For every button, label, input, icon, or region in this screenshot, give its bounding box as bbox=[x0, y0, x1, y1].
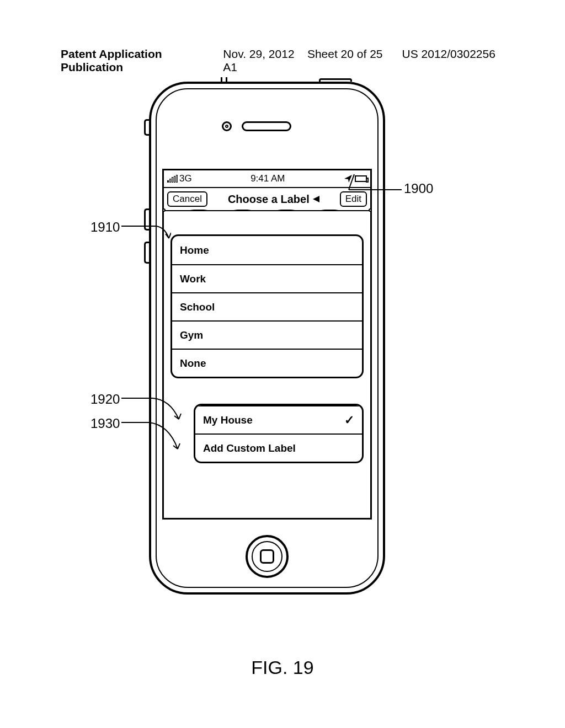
figure-caption: FIG. 19 bbox=[0, 657, 565, 678]
callout-1900: 1900 bbox=[404, 181, 433, 196]
preset-label-list: Home Work School Gym None bbox=[170, 234, 364, 378]
navbar-torn-edge bbox=[166, 206, 368, 211]
label-text: Work bbox=[180, 273, 354, 285]
home-button-square-icon bbox=[260, 549, 274, 564]
callout-1930: 1930 bbox=[90, 416, 120, 431]
checkmark-icon: ✓ bbox=[344, 413, 354, 427]
status-bar: 3G 9:41 AM bbox=[164, 170, 370, 188]
phone-screen: 3G 9:41 AM Cancel Choose a Label Edit bbox=[162, 169, 372, 520]
label-text: Gym bbox=[180, 329, 354, 341]
phone-device: 3G 9:41 AM Cancel Choose a Label Edit bbox=[149, 82, 385, 595]
label-row-work[interactable]: Work bbox=[172, 264, 362, 292]
top-notch bbox=[221, 77, 227, 84]
front-camera-icon bbox=[222, 121, 232, 131]
edit-button[interactable]: Edit bbox=[340, 191, 367, 207]
page-title: Choose a Label bbox=[228, 193, 319, 206]
add-custom-label-text: Add Custom Label bbox=[203, 442, 354, 454]
label-row-home[interactable]: Home bbox=[172, 236, 362, 264]
navigation-bar: Cancel Choose a Label Edit bbox=[164, 188, 370, 211]
label-text: None bbox=[180, 357, 354, 370]
carrier-label: 3G bbox=[179, 173, 192, 184]
callout-1910-leader bbox=[121, 224, 171, 243]
volume-down-button[interactable] bbox=[144, 242, 149, 264]
label-text: Home bbox=[180, 244, 354, 256]
figure-stage: 3G 9:41 AM Cancel Choose a Label Edit bbox=[0, 66, 565, 640]
label-row-none[interactable]: None bbox=[172, 349, 362, 377]
sheet-number: Sheet 20 of 25 bbox=[307, 47, 383, 60]
navbar-corner-dot bbox=[369, 208, 372, 212]
page-title-text: Choose a Label bbox=[228, 193, 310, 206]
callout-1930-leader bbox=[121, 420, 182, 453]
status-time: 9:41 AM bbox=[250, 173, 285, 184]
callout-1920: 1920 bbox=[90, 392, 120, 407]
status-left: 3G bbox=[167, 173, 192, 184]
publication-date: Nov. 29, 2012 bbox=[223, 47, 294, 60]
label-row-school[interactable]: School bbox=[172, 292, 362, 320]
content-area: Home Work School Gym None bbox=[164, 212, 370, 518]
sleep-wake-button[interactable] bbox=[319, 78, 352, 82]
earpiece-speaker bbox=[242, 121, 291, 131]
custom-label-list: My House ✓ Add Custom Label bbox=[194, 404, 364, 463]
navbar-corner-dot bbox=[162, 208, 166, 212]
callout-1900-leader bbox=[348, 174, 403, 193]
callout-1900-arrowhead-icon bbox=[313, 196, 319, 202]
callout-1920-leader bbox=[121, 396, 182, 424]
custom-label-row[interactable]: My House ✓ bbox=[195, 405, 362, 433]
home-button[interactable] bbox=[246, 535, 289, 578]
label-text: School bbox=[180, 301, 354, 313]
add-custom-label-row[interactable]: Add Custom Label bbox=[195, 433, 362, 462]
signal-strength-icon bbox=[167, 175, 178, 183]
cancel-button[interactable]: Cancel bbox=[167, 191, 207, 207]
mute-switch[interactable] bbox=[144, 119, 149, 136]
label-row-gym[interactable]: Gym bbox=[172, 320, 362, 349]
callout-1910: 1910 bbox=[90, 220, 120, 235]
custom-label-text: My House bbox=[203, 414, 344, 426]
